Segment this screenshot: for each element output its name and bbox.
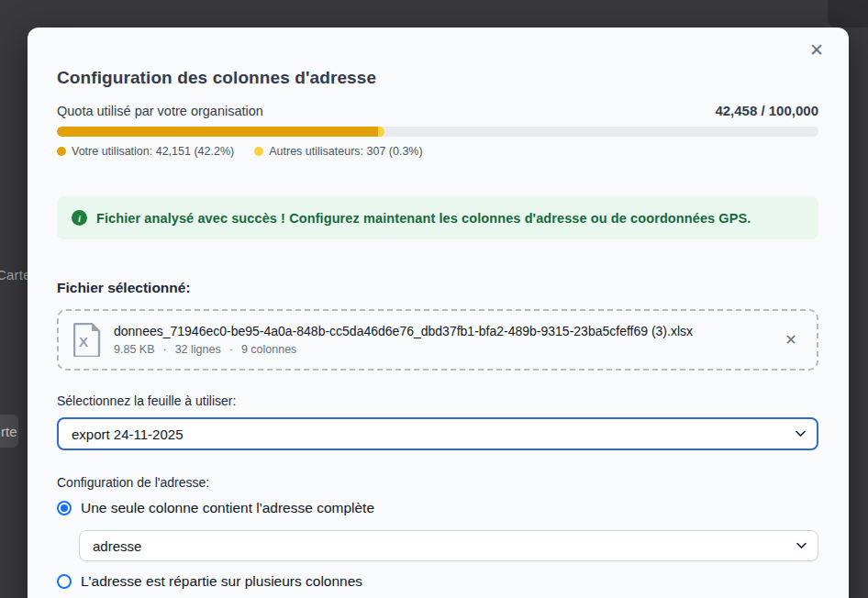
svg-text:X: X: [79, 334, 88, 349]
radio-multi-column[interactable]: [57, 574, 72, 589]
radio-row-multi-column: L'adresse est répartie sur plusieurs col…: [57, 573, 818, 590]
address-column-select-value: adresse: [93, 538, 141, 554]
legend-dot-self: [57, 147, 66, 156]
sheet-select[interactable]: export 24-11-2025: [57, 417, 818, 450]
remove-file-icon[interactable]: ✕: [780, 329, 802, 351]
file-columns: 9 colonnes: [241, 343, 296, 356]
background-carte-label: Carte: [0, 267, 31, 282]
file-size: 9.85 KB: [114, 343, 154, 356]
background-rte-label: rte: [1, 424, 17, 439]
quota-row: Quota utilisé par votre organisation 42,…: [57, 103, 818, 118]
legend-item-others: Autres utilisateurs: 307 (0.3%): [254, 145, 422, 158]
legend-label-others: Autres utilisateurs: 307 (0.3%): [269, 145, 422, 158]
background-corner-element: [828, 0, 868, 28]
quota-progress-self: [57, 127, 378, 137]
address-column-select[interactable]: adresse: [79, 530, 818, 561]
success-alert-text: Fichier analysé avec succès ! Configurez…: [96, 211, 751, 226]
sheet-select-value: export 24-11-2025: [72, 426, 183, 442]
selected-file-card: X donnees_71946ec0-be95-4a0a-848b-cc5da4…: [57, 309, 818, 371]
legend-label-self: Votre utilisation: 42,151 (42.2%): [72, 145, 234, 158]
legend-dot-others: [254, 147, 263, 156]
quota-legend: Votre utilisation: 42,151 (42.2%) Autres…: [57, 145, 818, 158]
quota-value: 42,458 / 100,000: [715, 103, 818, 118]
file-meta: 9.85 KB · 32 lignes · 9 colonnes: [114, 343, 767, 356]
background-carte-tab: rte: [0, 415, 18, 448]
dot-separator: ·: [162, 343, 166, 356]
dialog-title: Configuration des colonnes d'adresse: [57, 28, 818, 89]
dot-separator: ·: [229, 343, 233, 356]
radio-single-column[interactable]: [57, 501, 72, 515]
quota-progress-bar: [57, 127, 818, 137]
address-columns-config-dialog: ✕ Configuration des colonnes d'adresse Q…: [28, 28, 849, 598]
chevron-down-icon: [796, 431, 806, 437]
file-info: donnees_71946ec0-be95-4a0a-848b-cc5da46d…: [114, 324, 767, 356]
legend-item-self: Votre utilisation: 42,151 (42.2%): [57, 145, 234, 158]
radio-row-single-column: Une seule colonne contient l'adresse com…: [57, 500, 818, 516]
quota-label: Quota utilisé par votre organisation: [57, 104, 263, 118]
selected-file-heading: Fichier sélectionné:: [57, 280, 818, 296]
radio-single-column-label: Une seule colonne contient l'adresse com…: [81, 500, 374, 516]
info-icon: i: [72, 210, 87, 226]
file-rows: 32 lignes: [175, 343, 221, 356]
chevron-down-icon: [796, 543, 807, 549]
radio-multi-column-label: L'adresse est répartie sur plusieurs col…: [81, 573, 362, 590]
sheet-select-label: Sélectionnez la feuille à utiliser:: [57, 393, 818, 408]
close-icon[interactable]: ✕: [805, 39, 829, 62]
excel-file-icon: X: [73, 323, 101, 357]
quota-progress-others: [378, 127, 384, 137]
file-name: donnees_71946ec0-be95-4a0a-848b-cc5da46d…: [114, 324, 767, 338]
address-config-label: Configuration de l'adresse:: [57, 475, 818, 490]
success-alert: i Fichier analysé avec succès ! Configur…: [57, 196, 818, 239]
